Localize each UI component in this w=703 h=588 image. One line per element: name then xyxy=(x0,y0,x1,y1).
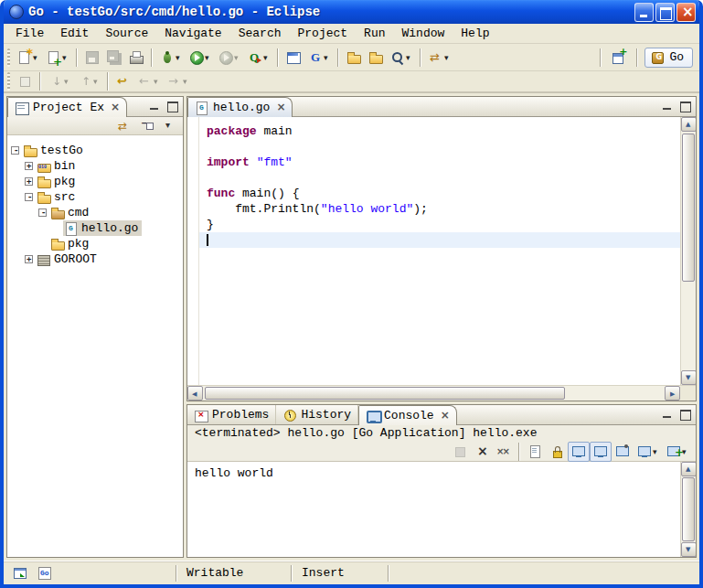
menu-edit[interactable]: Edit xyxy=(52,26,97,41)
close-icon[interactable] xyxy=(275,102,285,113)
last-edit-location-button[interactable] xyxy=(112,71,134,91)
team-sync-button[interactable] xyxy=(425,48,454,68)
next-annotation-button[interactable] xyxy=(45,71,74,91)
code-line[interactable] xyxy=(199,232,680,248)
console-vertical-scrollbar[interactable] xyxy=(680,462,696,557)
scrollbar-thumb[interactable] xyxy=(205,387,565,400)
import-button[interactable] xyxy=(365,48,387,68)
code-area[interactable]: package mainimport "fmt"func main() { fm… xyxy=(199,117,680,385)
run-last-button[interactable] xyxy=(215,48,244,68)
maximize-view-button[interactable] xyxy=(677,408,693,422)
scroll-down-button[interactable] xyxy=(681,542,697,557)
close-icon[interactable] xyxy=(440,411,450,422)
scroll-left-button[interactable] xyxy=(187,386,203,401)
open-resource-button[interactable] xyxy=(343,48,365,68)
tree-item-testgo[interactable]: testGo xyxy=(7,143,183,158)
menu-help[interactable]: Help xyxy=(453,26,497,41)
tree-item-goroot[interactable]: GOROOT xyxy=(7,251,183,267)
go-trim-icon[interactable] xyxy=(38,566,53,581)
titlebar[interactable]: Go - testGo/src/cmd/hello.go - Eclipse xyxy=(4,0,699,24)
open-perspective-button[interactable] xyxy=(608,48,630,68)
code-line[interactable] xyxy=(199,139,680,155)
tab-project-explorer[interactable]: Project Ex xyxy=(7,97,127,117)
forward-button[interactable] xyxy=(164,71,193,91)
tree-item-bin[interactable]: bin xyxy=(7,158,183,174)
toolbar-grip[interactable] xyxy=(7,72,10,91)
go-commands-button[interactable] xyxy=(304,48,334,68)
minimize-icon[interactable] xyxy=(634,3,654,22)
maximize-icon[interactable] xyxy=(655,3,675,22)
minimize-view-button[interactable] xyxy=(660,408,676,422)
new-wizard-button[interactable] xyxy=(14,48,43,68)
scroll-up-button[interactable] xyxy=(681,462,697,476)
tab-console[interactable]: Console xyxy=(358,405,457,425)
pin-editor-button[interactable] xyxy=(14,71,36,91)
fast-view-icon[interactable] xyxy=(13,566,27,581)
pin-console-button[interactable] xyxy=(612,442,634,462)
code-line[interactable]: } xyxy=(199,217,680,232)
scrollbar-thumb[interactable] xyxy=(682,477,695,541)
open-console-button[interactable] xyxy=(663,442,692,462)
new-go-element-button[interactable] xyxy=(43,48,72,68)
code-line[interactable]: package main xyxy=(199,123,680,139)
code-line[interactable]: import "fmt" xyxy=(199,155,680,170)
tab-problems[interactable]: Problems xyxy=(187,405,276,424)
dropdown-arrow-icon[interactable] xyxy=(406,51,412,64)
menu-window[interactable]: Window xyxy=(394,26,453,41)
tree-item-src[interactable]: src xyxy=(7,189,183,205)
print-button[interactable] xyxy=(125,48,147,68)
dropdown-arrow-icon[interactable] xyxy=(154,75,160,88)
scroll-down-button[interactable] xyxy=(681,370,697,385)
dropdown-arrow-icon[interactable] xyxy=(33,51,39,64)
go-perspective-button[interactable]: Go xyxy=(644,48,693,68)
minimize-view-button[interactable] xyxy=(147,100,163,113)
code-line[interactable]: fmt.Println("hello world"); xyxy=(199,201,680,217)
menu-search[interactable]: Search xyxy=(230,26,290,41)
scrollbar-thumb[interactable] xyxy=(682,134,695,282)
collapse-all-button[interactable] xyxy=(136,116,158,136)
scrollbar-track[interactable] xyxy=(203,386,665,401)
show-stdout-button[interactable] xyxy=(568,442,590,462)
scroll-up-button[interactable] xyxy=(681,117,697,132)
menu-navigate[interactable]: Navigate xyxy=(156,26,229,41)
scrollbar-track[interactable] xyxy=(681,476,696,542)
terminate-button[interactable] xyxy=(449,442,471,462)
dropdown-arrow-icon[interactable] xyxy=(234,51,240,64)
clear-console-button[interactable] xyxy=(524,442,546,462)
dropdown-arrow-icon[interactable] xyxy=(324,51,330,64)
scrollbar-track[interactable] xyxy=(681,132,696,370)
dropdown-arrow-icon[interactable] xyxy=(444,51,451,64)
annotation-ruler[interactable] xyxy=(187,117,199,385)
dropdown-arrow-icon[interactable] xyxy=(682,445,688,458)
minimize-view-button[interactable] xyxy=(660,100,676,113)
previous-annotation-button[interactable] xyxy=(74,71,103,91)
tree-item-hello-go[interactable]: hello.go xyxy=(7,220,183,236)
maximize-view-button[interactable] xyxy=(677,100,693,113)
close-icon[interactable] xyxy=(110,102,120,113)
save-all-button[interactable] xyxy=(103,48,125,68)
plus-expander-icon[interactable] xyxy=(25,255,33,263)
dropdown-arrow-icon[interactable] xyxy=(62,51,69,64)
link-editor-button[interactable] xyxy=(113,116,135,136)
external-tools-button[interactable] xyxy=(244,48,273,68)
code-line[interactable]: func main() { xyxy=(199,186,680,201)
view-menu-button[interactable] xyxy=(159,116,181,136)
tree-item-cmd[interactable]: cmd xyxy=(7,205,183,220)
menu-source[interactable]: Source xyxy=(97,26,156,41)
tab-history[interactable]: History xyxy=(276,405,358,424)
code-line[interactable] xyxy=(199,170,680,186)
dropdown-arrow-icon[interactable] xyxy=(176,51,182,64)
scroll-lock-button[interactable] xyxy=(546,442,568,462)
dropdown-arrow-icon[interactable] xyxy=(93,75,100,88)
tree-item-pkg[interactable]: pkg xyxy=(7,236,183,251)
menu-run[interactable]: Run xyxy=(356,26,393,41)
minus-expander-icon[interactable] xyxy=(11,146,19,155)
scroll-right-button[interactable] xyxy=(665,386,680,401)
tab-hello-go[interactable]: hello.go xyxy=(187,97,293,117)
plus-expander-icon[interactable] xyxy=(25,162,33,170)
maximize-view-button[interactable] xyxy=(165,100,180,113)
go-new-application-button[interactable] xyxy=(282,48,304,68)
dropdown-arrow-icon[interactable] xyxy=(183,75,189,88)
search-button[interactable] xyxy=(387,48,416,68)
dropdown-arrow-icon[interactable] xyxy=(653,445,659,458)
